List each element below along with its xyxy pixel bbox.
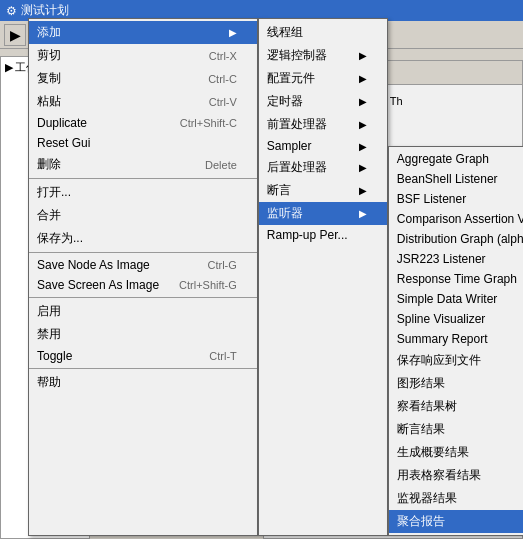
menu-l3-assertion-result-label: 断言结果	[397, 421, 523, 438]
menu-item-duplicate[interactable]: Duplicate Ctrl+Shift-C	[29, 113, 257, 133]
menu-l3-view-result-tree-label: 察看结果树	[397, 398, 523, 415]
menu-sep-3	[29, 297, 257, 298]
menu-l3-spline-visualizer[interactable]: Spline Visualizer	[389, 309, 523, 329]
menu-item-reset-gui-label: Reset Gui	[37, 136, 237, 150]
menu-l3-save-response[interactable]: 保存响应到文件	[389, 349, 523, 372]
menu-l3-view-table-label: 用表格察看结果	[397, 467, 523, 484]
menu-item-disable-label: 禁用	[37, 326, 237, 343]
menu-item-save-screen-image-shortcut: Ctrl+Shift-G	[179, 279, 237, 291]
menu-item-open[interactable]: 打开...	[29, 181, 257, 204]
menu-l2-sampler[interactable]: Sampler ▶	[259, 136, 387, 156]
menu-item-copy-label: 复制	[37, 70, 188, 87]
menu-l2-logic-ctrl-label: 逻辑控制器	[267, 47, 355, 64]
menu-l2-timer-arrow: ▶	[359, 96, 367, 107]
menu-item-save-node-image-label: Save Node As Image	[37, 258, 188, 272]
app-title: 测试计划	[21, 2, 69, 19]
menu-l3-jsr223-listener[interactable]: JSR223 Listener	[389, 249, 523, 269]
menu-sep-1	[29, 178, 257, 179]
menu-l2-listener[interactable]: 监听器 ▶	[259, 202, 387, 225]
menu-l2-ramp-up[interactable]: Ramp-up Per...	[259, 225, 387, 245]
menu-l2-post-processor[interactable]: 后置处理器 ▶	[259, 156, 387, 179]
menu-l3-comparison-assertion-label: Comparison Assertion Visualizer	[397, 212, 523, 226]
menu-item-save-node-image[interactable]: Save Node As Image Ctrl-G	[29, 255, 257, 275]
menu-item-toggle-shortcut: Ctrl-T	[209, 350, 237, 362]
menu-l3-graph-result[interactable]: 图形结果	[389, 372, 523, 395]
menu-l3-aggregate-graph[interactable]: Aggregate Graph	[389, 149, 523, 169]
menu-item-toggle[interactable]: Toggle Ctrl-T	[29, 346, 257, 366]
menu-item-merge[interactable]: 合并	[29, 204, 257, 227]
menu-l2-pre-processor-label: 前置处理器	[267, 116, 355, 133]
menu-item-delete[interactable]: 删除 Delete	[29, 153, 257, 176]
menu-item-delete-label: 删除	[37, 156, 185, 173]
menu-l3-monitor-result-label: 监视器结果	[397, 490, 523, 507]
menu-item-toggle-label: Toggle	[37, 349, 189, 363]
menu-item-paste-label: 粘贴	[37, 93, 189, 110]
menu-l3-bsf-listener[interactable]: BSF Listener	[389, 189, 523, 209]
menu-item-add[interactable]: 添加 ▶	[29, 21, 257, 44]
menu-l3-beanshell-listener[interactable]: BeanShell Listener	[389, 169, 523, 189]
menu-item-help-label: 帮助	[37, 374, 237, 391]
menu-l2-pre-processor[interactable]: 前置处理器 ▶	[259, 113, 387, 136]
menu-item-save-as[interactable]: 保存为...	[29, 227, 257, 250]
menu-item-save-screen-image-label: Save Screen As Image	[37, 278, 159, 292]
menu-l2-logic-ctrl[interactable]: 逻辑控制器 ▶	[259, 44, 387, 67]
menu-item-add-label: 添加	[37, 24, 225, 41]
menu-l2-config-elem-arrow: ▶	[359, 73, 367, 84]
menu-l3-response-time-graph-label: Response Time Graph	[397, 272, 523, 286]
menu-l3-aggregate-graph-label: Aggregate Graph	[397, 152, 523, 166]
menu-item-delete-shortcut: Delete	[205, 159, 237, 171]
menu-l2-config-elem-label: 配置元件	[267, 70, 355, 87]
context-menu-l1: 添加 ▶ 剪切 Ctrl-X 复制 Ctrl-C 粘贴 Ctrl-V Dupli…	[28, 18, 258, 536]
menu-item-copy-shortcut: Ctrl-C	[208, 73, 237, 85]
menu-item-add-arrow: ▶	[229, 27, 237, 38]
menu-l3-view-result-tree[interactable]: 察看结果树	[389, 395, 523, 418]
menu-l3-summary-report[interactable]: Summary Report	[389, 329, 523, 349]
menu-l2-timer[interactable]: 定时器 ▶	[259, 90, 387, 113]
menu-l2-listener-label: 监听器	[267, 205, 355, 222]
menu-l3-save-response-label: 保存响应到文件	[397, 352, 523, 369]
menu-l3-jsr223-listener-label: JSR223 Listener	[397, 252, 523, 266]
menu-item-cut-label: 剪切	[37, 47, 189, 64]
menu-l3-distribution-graph-label: Distribution Graph (alpha)	[397, 232, 523, 246]
menu-item-enable[interactable]: 启用	[29, 300, 257, 323]
menu-l2-thread-group-label: 线程组	[267, 24, 367, 41]
menu-l3-assertion-result[interactable]: 断言结果	[389, 418, 523, 441]
menu-l2-assertion-arrow: ▶	[359, 185, 367, 196]
menu-l2-post-processor-arrow: ▶	[359, 162, 367, 173]
menu-item-save-node-image-shortcut: Ctrl-G	[208, 259, 237, 271]
menu-item-help[interactable]: 帮助	[29, 371, 257, 394]
menu-l2-sampler-label: Sampler	[267, 139, 355, 153]
menu-item-disable[interactable]: 禁用	[29, 323, 257, 346]
toolbar-btn-1[interactable]: ▶	[4, 24, 26, 46]
menu-l3-spline-visualizer-label: Spline Visualizer	[397, 312, 523, 326]
menu-l3-comparison-assertion[interactable]: Comparison Assertion Visualizer	[389, 209, 523, 229]
menu-l3-simple-data-writer[interactable]: Simple Data Writer	[389, 289, 523, 309]
menu-l2-ramp-up-label: Ramp-up Per...	[267, 228, 367, 242]
context-menu-l3: Aggregate Graph BeanShell Listener BSF L…	[388, 146, 523, 536]
app-icon: ⚙	[6, 4, 17, 18]
menu-item-paste[interactable]: 粘贴 Ctrl-V	[29, 90, 257, 113]
menu-l2-config-elem[interactable]: 配置元件 ▶	[259, 67, 387, 90]
menu-item-cut[interactable]: 剪切 Ctrl-X	[29, 44, 257, 67]
context-menu-l2: 线程组 逻辑控制器 ▶ 配置元件 ▶ 定时器 ▶ 前置处理器 ▶ Sampler…	[258, 18, 388, 536]
menu-l2-assertion[interactable]: 断言 ▶	[259, 179, 387, 202]
menu-sep-4	[29, 368, 257, 369]
menu-l3-monitor-result[interactable]: 监视器结果	[389, 487, 523, 510]
menu-item-copy[interactable]: 复制 Ctrl-C	[29, 67, 257, 90]
menu-l3-aggregate-report[interactable]: 聚合报告	[389, 510, 523, 533]
menu-item-duplicate-label: Duplicate	[37, 116, 160, 130]
menu-l3-aggregate-report-label: 聚合报告	[397, 513, 523, 530]
menu-item-open-label: 打开...	[37, 184, 237, 201]
menu-l3-graph-result-label: 图形结果	[397, 375, 523, 392]
menu-l3-distribution-graph[interactable]: Distribution Graph (alpha)	[389, 229, 523, 249]
menu-item-reset-gui[interactable]: Reset Gui	[29, 133, 257, 153]
menu-l2-thread-group[interactable]: 线程组	[259, 21, 387, 44]
menu-l2-logic-ctrl-arrow: ▶	[359, 50, 367, 61]
menu-sep-2	[29, 252, 257, 253]
menu-item-paste-shortcut: Ctrl-V	[209, 96, 237, 108]
menu-item-enable-label: 启用	[37, 303, 237, 320]
menu-item-save-screen-image[interactable]: Save Screen As Image Ctrl+Shift-G	[29, 275, 257, 295]
menu-l3-generate-summary[interactable]: 生成概要结果	[389, 441, 523, 464]
menu-l3-response-time-graph[interactable]: Response Time Graph	[389, 269, 523, 289]
menu-l3-view-table[interactable]: 用表格察看结果	[389, 464, 523, 487]
